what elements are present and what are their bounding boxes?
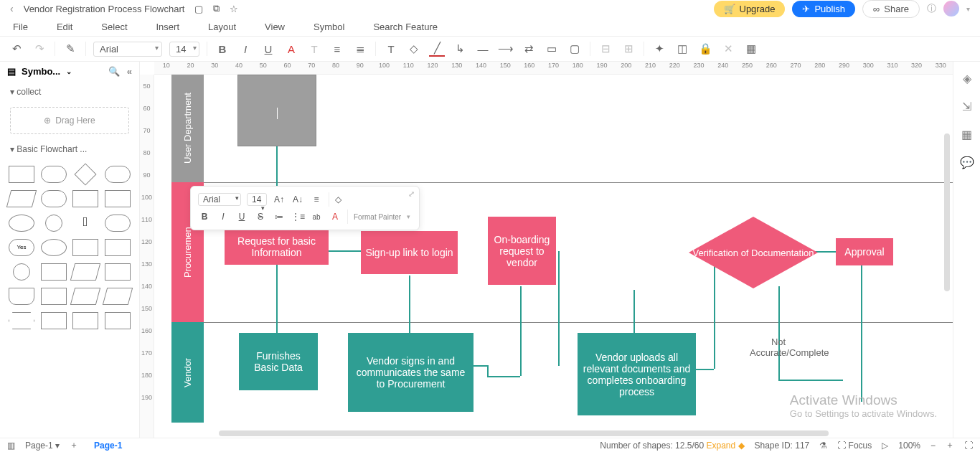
shape-furnish[interactable]: Furnishes Basic Data — [239, 333, 318, 390]
shape-wave[interactable] — [9, 288, 34, 305]
menu-search[interactable]: Search Feature — [373, 22, 438, 32]
shape-manual[interactable] — [70, 263, 100, 281]
zoom-out-icon[interactable]: − — [930, 441, 936, 451]
shape-loop[interactable] — [41, 288, 67, 305]
undo-icon[interactable]: ↶ — [9, 41, 24, 57]
canvas-area[interactable]: 1020304050607080901001101201301401501601… — [140, 62, 980, 438]
connector[interactable] — [778, 380, 843, 381]
bold-icon[interactable]: B — [198, 212, 211, 222]
underline-icon[interactable]: U — [260, 41, 276, 57]
star-icon[interactable]: ☆ — [230, 4, 238, 14]
effects-icon[interactable]: ✦ — [651, 41, 667, 57]
font-color-icon[interactable]: A — [283, 41, 299, 57]
tools-icon[interactable]: ✕ — [720, 41, 736, 57]
shape-off2[interactable] — [72, 312, 98, 329]
open-new-icon[interactable]: ⧉ — [213, 3, 220, 14]
pin-icon[interactable]: ⤢ — [408, 189, 415, 199]
menu-edit[interactable]: Edit — [57, 22, 72, 32]
grid-icon[interactable]: ▦ — [961, 128, 972, 141]
shape-internal[interactable] — [105, 239, 131, 256]
shape-terminator[interactable]: Yes — [9, 239, 34, 256]
menu-view[interactable]: View — [265, 22, 285, 32]
connector[interactable] — [778, 286, 780, 380]
shape-paral[interactable] — [6, 190, 37, 207]
arrow-style-icon[interactable]: ⇄ — [521, 41, 537, 57]
align-icon[interactable]: ≡ — [310, 194, 323, 204]
lane-vendor[interactable]: Vendor — [171, 322, 204, 423]
connector[interactable] — [520, 286, 522, 376]
shape-card[interactable] — [105, 190, 131, 207]
shape-rect[interactable] — [9, 166, 34, 183]
shape-selected-gray[interactable] — [237, 75, 316, 146]
redo-icon[interactable]: ↷ — [32, 41, 47, 57]
text-not-accurate[interactable]: Not Accurate/Complete — [750, 336, 807, 358]
scrollbar-horizontal[interactable] — [219, 430, 829, 436]
text-case-icon[interactable]: T — [306, 41, 322, 57]
align-tool-icon[interactable]: ⊟ — [598, 41, 613, 57]
add-page-icon[interactable]: ＋ — [70, 439, 78, 451]
line-style-icon[interactable]: — — [475, 41, 491, 57]
connector[interactable] — [409, 276, 410, 333]
format-painter-icon[interactable]: ✎ — [62, 41, 78, 57]
section-collect[interactable]: ▾ collect — [0, 81, 139, 103]
number-icon[interactable]: ⋮≡ — [291, 212, 304, 222]
shape-ellipse[interactable] — [9, 215, 34, 232]
connector[interactable] — [487, 365, 489, 376]
help-icon[interactable]: ⓘ — [927, 2, 936, 15]
connector[interactable] — [276, 261, 278, 333]
shape-approval[interactable]: Approval — [836, 238, 893, 265]
menu-select[interactable]: Select — [101, 22, 127, 32]
page-tab[interactable]: Page-1 — [88, 441, 128, 451]
layers-icon[interactable]: ▦ — [743, 41, 759, 57]
shape-capsule[interactable] — [41, 190, 67, 207]
decrease-font-icon[interactable]: A↓ — [291, 194, 304, 204]
case-icon[interactable]: ab — [310, 213, 323, 221]
shape-trap[interactable] — [70, 288, 100, 305]
italic-icon[interactable]: I — [237, 41, 253, 57]
fullscreen-icon[interactable]: ⛶ — [964, 441, 973, 451]
shape-diamond[interactable] — [74, 163, 96, 185]
upgrade-button[interactable]: 🛒Upgrade — [714, 1, 786, 17]
connector[interactable] — [558, 251, 560, 366]
zoom-level[interactable]: 100% — [898, 441, 920, 451]
menu-insert[interactable]: Insert — [156, 22, 180, 32]
menu-symbol[interactable]: Symbol — [314, 22, 344, 32]
shape-doc[interactable] — [72, 190, 98, 207]
drag-here[interactable]: ⊕ Drag Here — [10, 107, 129, 134]
chevron-down-icon[interactable]: ⌄ — [66, 67, 72, 75]
zoom-in-icon[interactable]: ＋ — [946, 439, 954, 451]
shape-trap2[interactable] — [102, 288, 132, 305]
text-tool-icon[interactable]: T — [383, 41, 399, 57]
lock-icon[interactable]: 🔒 — [697, 41, 713, 57]
shape-storage[interactable] — [72, 239, 98, 256]
shape-circle[interactable] — [45, 215, 62, 232]
underline-icon[interactable]: U — [235, 212, 248, 222]
focus-button[interactable]: ⛶ Focus — [837, 441, 872, 451]
share-button[interactable]: ∞Share — [862, 0, 920, 18]
bullet-icon[interactable]: ≔ — [273, 212, 286, 222]
shape-actor[interactable]: 𓀀 — [72, 215, 98, 232]
increase-font-icon[interactable]: A↑ — [273, 194, 286, 204]
distribute-icon[interactable]: ⊞ — [621, 41, 636, 57]
play-icon[interactable]: ▷ — [882, 441, 888, 451]
shape-roundrect[interactable] — [41, 166, 67, 183]
section-basic[interactable]: ▾ Basic Flowchart ... — [0, 138, 139, 160]
align-left-icon[interactable]: ≡ — [329, 41, 345, 57]
shape-verify[interactable]: Verification of Documentation — [689, 217, 818, 288]
menu-layout[interactable]: Layout — [208, 22, 236, 32]
save-icon[interactable]: ▢ — [194, 4, 203, 14]
expand-link[interactable]: Expand — [706, 441, 735, 451]
format-painter-icon[interactable]: ◇ — [335, 194, 341, 204]
shape-outline-icon[interactable]: ▢ — [567, 41, 583, 57]
arrow-start-icon[interactable]: ⟶ — [498, 41, 514, 57]
bold-icon[interactable]: B — [215, 41, 230, 57]
crop-icon[interactable]: ◫ — [674, 41, 690, 57]
export-icon[interactable]: ⇲ — [962, 100, 971, 113]
shape-fill-icon[interactable]: ▭ — [544, 41, 560, 57]
shape-connector[interactable] — [13, 263, 30, 281]
strike-icon[interactable]: S — [254, 212, 267, 222]
shape-request-basic[interactable]: Request for basic Information — [225, 229, 329, 265]
collapse-icon[interactable]: « — [127, 66, 132, 77]
avatar[interactable] — [943, 1, 959, 17]
lane-user-dept[interactable]: User Department — [171, 75, 204, 182]
